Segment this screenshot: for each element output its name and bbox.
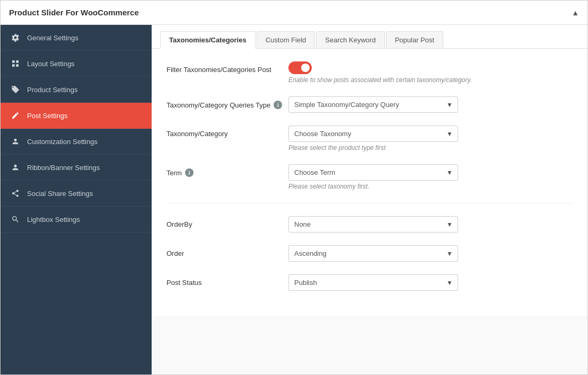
taxonomy-query-type-info-icon[interactable]: i xyxy=(274,101,282,109)
term-select-wrapper: Choose Term ▼ xyxy=(288,164,458,181)
post-status-label-col: Post Status xyxy=(166,274,288,287)
post-status-row: Post Status Publish Draft Pending Privat… xyxy=(166,274,573,291)
divider xyxy=(166,203,573,203)
toggle-wrapper: ✓ xyxy=(288,61,573,74)
taxonomy-category-select-wrapper: Choose Taxonomy ▼ xyxy=(288,126,458,142)
tab-search-keyword[interactable]: Search Keyword xyxy=(316,31,384,48)
term-label: Term xyxy=(166,169,182,177)
sidebar-label-layout: Layout Settings xyxy=(27,60,75,68)
term-select[interactable]: Choose Term xyxy=(288,164,458,181)
tab-taxonomies-categories[interactable]: Taxonomies/Categories xyxy=(160,31,256,49)
share-icon xyxy=(10,188,21,199)
form-content: Filter Taxonomies/Categories Post ✓ Ena xyxy=(152,49,587,316)
order-select-wrapper: Ascending Descending ▼ xyxy=(288,245,458,262)
main-content: Taxonomies/Categories Custom Field Searc… xyxy=(152,25,587,374)
term-row: Term i Choose Term ▼ Please select taxon… xyxy=(166,164,573,190)
post-status-control-col: Publish Draft Pending Private Any ▼ xyxy=(288,274,573,291)
term-helper: Please select taxonomy first. xyxy=(288,183,573,190)
filter-taxonomies-toggle[interactable]: ✓ xyxy=(288,61,312,74)
term-label-col: Term i xyxy=(166,164,288,177)
sidebar-item-layout-settings[interactable]: Layout Settings xyxy=(1,51,152,77)
taxonomy-query-type-row: Taxonomy/Category Queries Type i Simple … xyxy=(166,96,573,113)
taxonomy-query-type-select-wrapper: Simple Taxonomy/Category Query Advanced … xyxy=(288,96,458,113)
taxonomy-category-label-col: Taxonomy/Category xyxy=(166,126,288,138)
sidebar-label-general: General Settings xyxy=(27,34,78,42)
sidebar-label-post: Post Settings xyxy=(27,112,68,120)
search-icon xyxy=(10,214,21,225)
filter-taxonomies-control-col: ✓ Enable to show posts associated with c… xyxy=(288,61,573,84)
sidebar-item-customization-settings[interactable]: Customization Settings xyxy=(1,129,152,155)
taxonomy-category-select[interactable]: Choose Taxonomy xyxy=(288,126,458,142)
taxonomy-category-helper: Please select the product type first xyxy=(288,144,573,151)
taxonomy-query-type-select[interactable]: Simple Taxonomy/Category Query Advanced … xyxy=(288,96,458,113)
taxonomy-query-type-control-col: Simple Taxonomy/Category Query Advanced … xyxy=(288,96,573,113)
ribbon-icon xyxy=(10,162,21,173)
app-body: General Settings Layout Settings Product… xyxy=(1,25,587,374)
tab-popular-post[interactable]: Popular Post xyxy=(386,31,443,48)
app-wrapper: Product Slider For WooCommerce ▲ General… xyxy=(0,0,588,375)
sidebar-item-ribbon-settings[interactable]: Ribbon/Banner Settings xyxy=(1,155,152,181)
gear-icon xyxy=(10,32,21,43)
order-row: Order Ascending Descending ▼ xyxy=(166,245,573,262)
tabs-bar: Taxonomies/Categories Custom Field Searc… xyxy=(152,25,587,49)
sidebar-item-general-settings[interactable]: General Settings xyxy=(1,25,152,51)
taxonomy-query-type-label-col: Taxonomy/Category Queries Type i xyxy=(166,96,288,109)
order-label-col: Order xyxy=(166,245,288,257)
orderby-label-col: OrderBy xyxy=(166,216,288,228)
filter-taxonomies-label: Filter Taxonomies/Categories Post xyxy=(166,66,271,74)
sidebar-label-customization: Customization Settings xyxy=(27,138,98,146)
order-control-col: Ascending Descending ▼ xyxy=(288,245,573,262)
sidebar-item-lightbox-settings[interactable]: Lightbox Settings xyxy=(1,207,152,233)
tag-icon xyxy=(10,84,21,95)
order-select[interactable]: Ascending Descending xyxy=(288,245,458,262)
post-status-label: Post Status xyxy=(166,279,201,287)
sidebar-label-social: Social Share Settings xyxy=(27,190,93,198)
orderby-row: OrderBy None Date Title ID Modified Rand… xyxy=(166,216,573,233)
post-status-select[interactable]: Publish Draft Pending Private Any xyxy=(288,274,458,291)
toggle-track: ✓ xyxy=(288,61,312,74)
sidebar-label-lightbox: Lightbox Settings xyxy=(27,216,80,224)
app-title: Product Slider For WooCommerce xyxy=(9,8,139,17)
sidebar-item-product-settings[interactable]: Product Settings xyxy=(1,77,152,103)
sidebar-item-post-settings[interactable]: Post Settings xyxy=(1,103,152,129)
collapse-button[interactable]: ▲ xyxy=(572,8,579,17)
orderby-label: OrderBy xyxy=(166,220,192,228)
term-control-col: Choose Term ▼ Please select taxonomy fir… xyxy=(288,164,573,190)
taxonomy-category-row: Taxonomy/Category Choose Taxonomy ▼ Plea… xyxy=(166,126,573,151)
taxonomy-category-control-col: Choose Taxonomy ▼ Please select the prod… xyxy=(288,126,573,151)
term-info-icon[interactable]: i xyxy=(185,168,194,177)
sidebar-item-social-share-settings[interactable]: Social Share Settings xyxy=(1,181,152,207)
sidebar-label-product: Product Settings xyxy=(27,86,77,94)
taxonomy-query-type-label: Taxonomy/Category Queries Type xyxy=(166,101,270,109)
toggle-thumb xyxy=(301,64,310,72)
sidebar-label-ribbon: Ribbon/Banner Settings xyxy=(27,164,100,172)
user-icon xyxy=(10,136,21,147)
app-header: Product Slider For WooCommerce ▲ xyxy=(1,1,587,25)
grid-icon xyxy=(10,58,21,69)
tab-custom-field[interactable]: Custom Field xyxy=(257,31,315,48)
orderby-select-wrapper: None Date Title ID Modified Random Comme… xyxy=(288,216,458,233)
filter-taxonomies-helper: Enable to show posts associated with cer… xyxy=(288,76,573,84)
orderby-select[interactable]: None Date Title ID Modified Random Comme… xyxy=(288,216,458,233)
orderby-control-col: None Date Title ID Modified Random Comme… xyxy=(288,216,573,233)
sidebar: General Settings Layout Settings Product… xyxy=(1,25,152,374)
taxonomy-category-label: Taxonomy/Category xyxy=(166,130,228,138)
post-status-select-wrapper: Publish Draft Pending Private Any ▼ xyxy=(288,274,458,291)
filter-taxonomies-row: Filter Taxonomies/Categories Post ✓ Ena xyxy=(166,61,573,84)
order-label: Order xyxy=(166,249,184,257)
pencil-icon xyxy=(10,110,21,121)
filter-taxonomies-label-col: Filter Taxonomies/Categories Post xyxy=(166,61,288,74)
